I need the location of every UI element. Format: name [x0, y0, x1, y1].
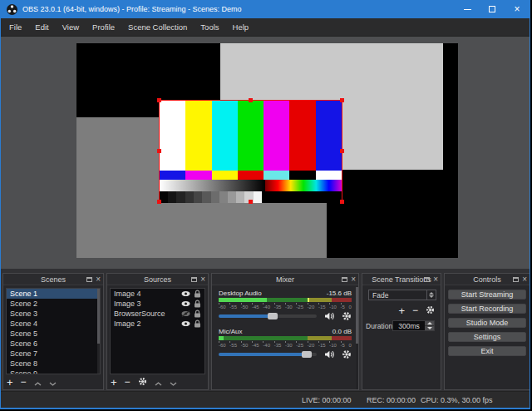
- tick-label: -30: [285, 305, 293, 309]
- menu-file[interactable]: File: [2, 18, 28, 36]
- source-list-item[interactable]: Image 3: [111, 299, 204, 309]
- cpu-fps-status: CPU: 0.3%, 30.00 fps: [421, 392, 493, 409]
- speaker-icon[interactable]: [324, 312, 335, 320]
- menu-profile[interactable]: Profile: [86, 18, 121, 36]
- maximize-button[interactable]: [480, 0, 505, 18]
- volume-slider-handle[interactable]: [302, 351, 312, 358]
- transition-properties-gear-icon[interactable]: [426, 303, 435, 318]
- scene-list-item[interactable]: Scene 2: [7, 299, 100, 309]
- volume-slider[interactable]: [219, 353, 317, 356]
- resize-handle-w[interactable]: [157, 149, 161, 153]
- float-panel-icon[interactable]: [342, 277, 347, 282]
- visibility-eye-icon[interactable]: [181, 300, 190, 307]
- studio-mode-button[interactable]: Studio Mode: [448, 318, 526, 328]
- resize-handle-e[interactable]: [340, 149, 344, 153]
- menu-view[interactable]: View: [56, 18, 86, 36]
- volume-slider-handle[interactable]: [268, 313, 278, 319]
- window-title: OBS 23.0.1 (64-bit, windows) - Profile: …: [22, 5, 455, 13]
- float-panel-icon[interactable]: [86, 277, 92, 282]
- menu-tools[interactable]: Tools: [194, 18, 225, 36]
- visibility-eye-icon[interactable]: [181, 290, 190, 297]
- peak-indicator: [308, 298, 309, 302]
- add-scene-button[interactable]: +: [7, 377, 13, 388]
- source-list-item[interactable]: Image 2: [111, 319, 204, 329]
- scene-transitions-panel: Scene Transitions × Fade + − Duration: [362, 273, 441, 390]
- resize-handle-ne[interactable]: [340, 98, 344, 102]
- close-panel-icon[interactable]: ×: [351, 275, 356, 284]
- sources-panel-header[interactable]: Sources ×: [107, 274, 208, 285]
- menu-help[interactable]: Help: [226, 18, 256, 36]
- channel-gear-icon[interactable]: [342, 349, 352, 359]
- resize-handle-sw[interactable]: [157, 200, 161, 204]
- close-panel-icon[interactable]: ×: [96, 275, 101, 284]
- duration-input[interactable]: 300ms: [392, 320, 435, 331]
- rec-time: REC: 00:00:00: [367, 392, 416, 409]
- remove-source-button[interactable]: −: [125, 377, 131, 387]
- scene-list-item[interactable]: Scene 1: [7, 289, 100, 299]
- settings-button[interactable]: Settings: [448, 332, 526, 342]
- transition-select[interactable]: Fade: [368, 290, 436, 300]
- lock-icon[interactable]: [194, 290, 201, 298]
- source-list: Image 4 Image 3 BrowserSource Image 2: [110, 288, 205, 374]
- duration-down-button[interactable]: [425, 326, 434, 330]
- channel-gear-icon[interactable]: [342, 311, 352, 321]
- remove-transition-button[interactable]: −: [412, 305, 418, 315]
- resize-handle-se[interactable]: [340, 200, 344, 204]
- tick-label: -40: [263, 305, 270, 309]
- add-transition-button[interactable]: +: [398, 305, 405, 316]
- source-down-button[interactable]: [170, 374, 177, 389]
- scene-list-item[interactable]: Scene 6: [7, 339, 100, 349]
- exit-button[interactable]: Exit: [448, 346, 526, 356]
- scene-up-button[interactable]: [34, 374, 42, 389]
- lock-icon[interactable]: [194, 309, 201, 318]
- scene-list-item[interactable]: Scene 7: [7, 349, 100, 359]
- scene-list-item[interactable]: Scene 4: [7, 319, 100, 329]
- source-properties-gear-icon[interactable]: [138, 374, 147, 389]
- float-panel-icon[interactable]: [513, 277, 519, 282]
- float-panel-icon[interactable]: [191, 277, 197, 282]
- add-source-button[interactable]: +: [111, 377, 117, 388]
- menu-edit[interactable]: Edit: [28, 18, 55, 36]
- selected-source-color-bars[interactable]: [159, 100, 342, 202]
- mixer-scrollbar[interactable]: [356, 287, 358, 389]
- scenes-panel-header[interactable]: Scenes ×: [3, 274, 103, 285]
- tick-label: -30: [285, 343, 293, 348]
- source-list-item[interactable]: BrowserSource: [111, 309, 204, 319]
- resize-handle-s[interactable]: [249, 200, 253, 204]
- source-up-button[interactable]: [155, 374, 162, 389]
- scene-list-item[interactable]: Scene 5: [7, 329, 100, 339]
- start-recording-button[interactable]: Start Recording: [448, 304, 526, 314]
- scene-down-button[interactable]: [49, 374, 57, 389]
- start-streaming-button[interactable]: Start Streaming: [448, 290, 526, 300]
- scene-list-item[interactable]: Scene 8: [7, 359, 100, 369]
- speaker-icon[interactable]: [324, 350, 335, 359]
- menu-scene-collection[interactable]: Scene Collection: [121, 18, 194, 36]
- select-arrows-icon[interactable]: [426, 290, 436, 300]
- channel-db-value: 0.0 dB: [332, 328, 352, 335]
- remove-scene-button[interactable]: −: [21, 377, 27, 387]
- controls-panel-header[interactable]: Controls ×: [445, 274, 530, 285]
- dock-area: Scenes × Scene 1 Scene 2 Scene 3 Scene 4…: [1, 269, 530, 391]
- close-panel-icon[interactable]: ×: [522, 275, 527, 284]
- visibility-eye-icon[interactable]: [181, 320, 190, 327]
- lock-icon[interactable]: [194, 300, 201, 308]
- resize-handle-nw[interactable]: [157, 98, 161, 102]
- preview-area[interactable]: [1, 37, 530, 269]
- close-panel-icon[interactable]: ×: [200, 275, 205, 284]
- mixer-panel-header[interactable]: Mixer ×: [212, 274, 358, 285]
- source-list-item[interactable]: Image 4: [111, 289, 204, 299]
- obs-logo-icon: [7, 4, 17, 15]
- scene-list-item[interactable]: Scene 9: [7, 369, 100, 374]
- minimize-button[interactable]: [455, 0, 480, 18]
- close-panel-icon[interactable]: ×: [433, 275, 438, 284]
- float-panel-icon[interactable]: [424, 277, 430, 282]
- scene-list-item[interactable]: Scene 3: [7, 309, 100, 319]
- close-button[interactable]: ×: [505, 0, 530, 18]
- visibility-eye-slash-icon[interactable]: [181, 310, 190, 317]
- lock-icon[interactable]: [194, 319, 201, 328]
- volume-slider[interactable]: [219, 314, 317, 318]
- resize-handle-n[interactable]: [249, 98, 253, 102]
- transitions-panel-header[interactable]: Scene Transitions ×: [362, 274, 441, 285]
- scenes-scrollbar[interactable]: [97, 289, 100, 374]
- sources-panel-title: Sources: [144, 275, 171, 284]
